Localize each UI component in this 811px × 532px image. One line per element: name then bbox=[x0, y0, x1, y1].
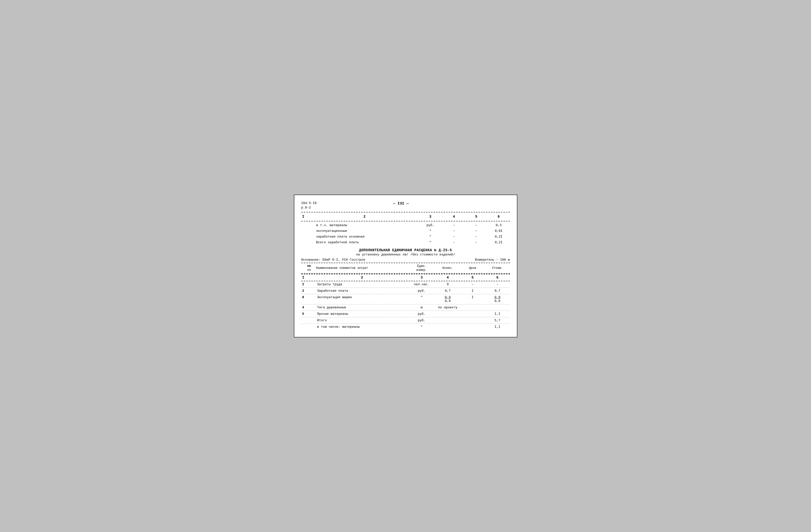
header-price: Цена bbox=[460, 267, 485, 270]
header-num: №№пп bbox=[301, 264, 316, 272]
row-unit: " bbox=[418, 229, 443, 233]
row-qty: 0,9 0,8 bbox=[435, 295, 460, 303]
row-label: эксплуатационные bbox=[311, 229, 418, 233]
row-name: Эксплуатация машин bbox=[316, 295, 408, 299]
row-unit: " bbox=[408, 295, 435, 299]
section-title-line1: ДОПОЛНИТЕЛЬНАЯ ЕДИНИЧНАЯ РАСЦЕНКА № Д-I5… bbox=[301, 248, 510, 252]
section-heading: ДОПОЛНИТЕЛЬНАЯ ЕДИНИЧНАЯ РАСЦЕНКА № Д-I5… bbox=[301, 248, 510, 256]
header-qty: Колич. bbox=[435, 267, 460, 270]
row-name: в том числе: материалы bbox=[316, 325, 408, 329]
header-unit: Един.измер. bbox=[408, 264, 435, 272]
top-col-6: 6 bbox=[488, 215, 510, 219]
document-page: 284-5-I8 р.8-2 — I3I — I 2 3 4 5 6 в т.ч… bbox=[294, 195, 517, 338]
row-qty: 9,7 bbox=[435, 289, 460, 293]
top-divider bbox=[301, 212, 510, 212]
row-label: в т.ч. материалы bbox=[311, 223, 418, 227]
row-unit: " bbox=[418, 241, 443, 244]
table-row: 2 Заработная плата руб. 9,7 I 9,7 bbox=[301, 288, 510, 294]
row-number: 8 bbox=[301, 295, 316, 299]
row-number: 5 bbox=[301, 312, 316, 316]
row-name: Тяги деревянные bbox=[316, 306, 408, 309]
row-name: Прочие материалы bbox=[316, 312, 408, 316]
row-cost: 9,7 bbox=[485, 289, 510, 293]
row-label: Всего заработной платы bbox=[311, 241, 418, 244]
basis-row: Основание: ЕНиР 6-I, УСН Госстроя Измери… bbox=[301, 258, 510, 262]
table-row: Итого руб. 5,7 bbox=[301, 317, 510, 324]
row-cost: I,I bbox=[485, 325, 510, 329]
row-cost: 5,7 bbox=[485, 319, 510, 322]
table-row: в т.ч. материалы руб. – – 0,3 bbox=[301, 223, 510, 228]
top-col-header-row: I 2 3 4 5 6 bbox=[301, 213, 510, 220]
row-unit: руб. bbox=[408, 312, 435, 316]
table-row: 4 Тяги деревянные м по проекту bbox=[301, 304, 510, 311]
top-col-5: 5 bbox=[465, 215, 488, 219]
col-number-row: I 2 3 4 5 6 bbox=[301, 274, 510, 281]
section-title-line2: на установку деревянных лаг /без стоимос… bbox=[301, 253, 510, 256]
row-cost: 0,9 0,8 bbox=[485, 295, 510, 303]
row-unit: руб. bbox=[408, 289, 435, 293]
header-name: Наименование элементов затрат bbox=[316, 267, 408, 270]
row-price: – bbox=[460, 283, 485, 286]
table-header: №№пп Наименование элементов затрат Един.… bbox=[301, 263, 510, 274]
top-col-1: I bbox=[301, 215, 311, 219]
row-price: I bbox=[460, 295, 485, 299]
doc-ref-line1: 284-5-I8 bbox=[301, 201, 317, 206]
top-col-2: 2 bbox=[311, 215, 418, 219]
row-qty: по проекту bbox=[435, 306, 460, 309]
basis-left: Основание: ЕНиР 6-I, УСН Госстроя bbox=[301, 258, 365, 262]
top-col-3: 3 bbox=[418, 215, 443, 219]
page-header: 284-5-I8 р.8-2 — I3I — bbox=[301, 201, 510, 210]
row-unit: руб. bbox=[418, 223, 443, 227]
row-unit: м bbox=[408, 306, 435, 309]
row-number: 2 bbox=[301, 289, 316, 293]
page-number: — I3I — bbox=[317, 201, 485, 206]
basis-right: Измеритель – I00 м bbox=[475, 258, 510, 262]
row-label: заработная плата основная bbox=[311, 235, 418, 239]
row-unit: чел.час. bbox=[408, 283, 435, 286]
doc-reference: 284-5-I8 р.8-2 bbox=[301, 201, 317, 210]
row-unit: " bbox=[418, 235, 443, 239]
table-row: заработная плата основная " – – 0,2I bbox=[301, 234, 510, 240]
row-unit: руб. bbox=[408, 319, 435, 322]
row-number: 4 bbox=[301, 306, 316, 309]
row-number: I bbox=[301, 283, 316, 286]
header-cost: Стоим. bbox=[485, 267, 510, 270]
doc-ref-line2: р.8-2 bbox=[301, 206, 317, 210]
row-name: Затраты труда bbox=[316, 283, 408, 286]
row-price: I bbox=[460, 289, 485, 293]
col-header-divider bbox=[301, 221, 510, 222]
row-unit: " bbox=[408, 325, 435, 329]
table-row: 8 Эксплуатация машин " 0,9 0,8 I 0,9 0,8 bbox=[301, 294, 510, 304]
row-qty: 9 bbox=[435, 283, 460, 286]
table-row: Всего заработной платы " – – 0,2I bbox=[301, 240, 510, 245]
row-name: Заработная плата bbox=[316, 289, 408, 293]
table-row: эксплуатационные " – – 0,0I bbox=[301, 228, 510, 234]
row-name: Итого bbox=[316, 319, 408, 322]
table-row: I Затраты труда чел.час. 9 – – bbox=[301, 281, 510, 288]
table-row: 5 Прочие материалы руб. I,I bbox=[301, 311, 510, 317]
top-col-4: 4 bbox=[443, 215, 465, 219]
top-data-rows: в т.ч. материалы руб. – – 0,3 эксплуатац… bbox=[301, 223, 510, 245]
row-cost: – bbox=[485, 283, 510, 286]
table-row: в том числе: материалы " I,I bbox=[301, 324, 510, 330]
row-cost: I,I bbox=[485, 312, 510, 316]
